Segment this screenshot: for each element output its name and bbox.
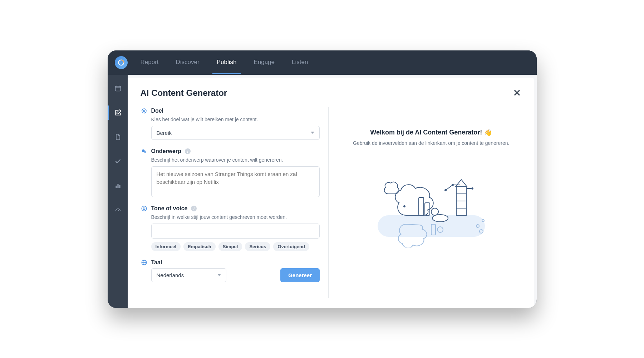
- card-body: Doel Kies het doel wat je wilt bereiken …: [141, 107, 521, 298]
- doel-title: Doel: [151, 108, 164, 114]
- taal-select[interactable]: Nederlands: [151, 268, 226, 282]
- nav-engage[interactable]: Engage: [249, 51, 279, 74]
- svg-point-41: [432, 215, 448, 222]
- rail-check[interactable]: [108, 154, 128, 168]
- app-window: Report Discover Publish Engage Listen: [108, 50, 537, 308]
- section-tone: Tone of voice i Beschrijf in welke stijl…: [141, 205, 320, 251]
- tag-empatisch[interactable]: Empatisch: [183, 242, 216, 251]
- tone-input[interactable]: [151, 224, 320, 239]
- section-onderwerp: Onderwerp i Beschrijf het onderwerp waar…: [141, 148, 320, 197]
- svg-line-36: [446, 185, 453, 190]
- rail-compose[interactable]: [108, 106, 128, 120]
- rail-bars[interactable]: [108, 178, 128, 193]
- svg-point-16: [144, 151, 146, 153]
- nav-listen[interactable]: Listen: [287, 51, 312, 74]
- target-icon: [141, 107, 148, 114]
- section-taal: Taal Nederlands Genereer: [141, 259, 320, 282]
- app-logo[interactable]: [115, 56, 128, 69]
- welcome-column: Welkom bij de AI Content Generator! 👋 Ge…: [328, 107, 521, 298]
- chevron-down-icon: [217, 274, 221, 276]
- rail-gauge[interactable]: [108, 203, 128, 217]
- taal-value: Nederlands: [157, 272, 184, 278]
- generator-card: AI Content Generator ✕ Doel Kies: [128, 78, 534, 308]
- svg-point-26: [431, 208, 438, 215]
- smile-icon: [141, 205, 148, 212]
- svg-rect-24: [419, 197, 424, 215]
- tone-desc: Beschrijf in welke stijl jouw content ge…: [151, 214, 320, 220]
- card-header: AI Content Generator ✕: [141, 88, 521, 99]
- tag-overtuigend[interactable]: Overtuigend: [273, 242, 309, 251]
- section-doel: Doel Kies het doel wat je wilt bereiken …: [141, 107, 320, 140]
- wave-emoji: 👋: [484, 129, 492, 137]
- globe-icon: [141, 259, 148, 266]
- generate-button[interactable]: Genereer: [280, 268, 320, 282]
- topic-icon: [141, 148, 148, 155]
- svg-point-19: [144, 207, 145, 208]
- svg-rect-7: [119, 185, 120, 188]
- welcome-desc: Gebruik de invoervelden aan de linkerkan…: [353, 140, 509, 146]
- svg-rect-6: [117, 184, 118, 188]
- svg-point-10: [143, 110, 145, 112]
- info-icon[interactable]: i: [191, 206, 197, 211]
- svg-point-35: [404, 206, 405, 207]
- svg-rect-5: [115, 186, 117, 188]
- onderwerp-title: Onderwerp: [151, 148, 181, 155]
- tag-serieus[interactable]: Serieus: [245, 242, 270, 251]
- taal-title: Taal: [151, 259, 162, 266]
- top-nav: Report Discover Publish Engage Listen: [108, 50, 537, 75]
- close-button[interactable]: ✕: [513, 88, 521, 99]
- onderwerp-textarea[interactable]: [151, 166, 320, 197]
- doel-desc: Kies het doel wat je wilt bereiken met j…: [151, 117, 320, 122]
- tag-simpel[interactable]: Simpel: [218, 242, 242, 251]
- doel-value: Bereik: [157, 130, 172, 136]
- rail-calendar[interactable]: [108, 81, 128, 95]
- doel-select[interactable]: Bereik: [151, 126, 320, 140]
- nav-publish[interactable]: Publish: [212, 51, 241, 74]
- rail-page[interactable]: [108, 130, 128, 144]
- svg-point-17: [142, 206, 147, 211]
- svg-rect-1: [115, 86, 121, 91]
- form-column: Doel Kies het doel wat je wilt bereiken …: [141, 107, 329, 298]
- card-title: AI Content Generator: [141, 88, 227, 98]
- tone-title: Tone of voice: [151, 205, 188, 212]
- svg-point-18: [143, 207, 144, 208]
- body-row: AI Content Generator ✕ Doel Kies: [108, 75, 537, 308]
- welcome-illustration: [363, 155, 499, 247]
- info-icon[interactable]: i: [185, 148, 191, 154]
- nav-discover[interactable]: Discover: [172, 51, 204, 74]
- nav-report[interactable]: Report: [136, 51, 163, 74]
- welcome-title: Welkom bij de AI Content Generator! 👋: [370, 129, 492, 137]
- content-area: AI Content Generator ✕ Doel Kies: [128, 75, 537, 308]
- svg-marker-28: [456, 180, 467, 187]
- chevron-down-icon: [311, 132, 314, 134]
- tone-tags: Informeel Empatisch Simpel Serieus Overt…: [151, 242, 320, 251]
- left-rail: [108, 75, 128, 308]
- onderwerp-desc: Beschrijf het onderwerp waarover je cont…: [151, 157, 320, 163]
- svg-line-8: [118, 210, 119, 211]
- svg-point-9: [142, 109, 146, 113]
- tag-informeel[interactable]: Informeel: [151, 242, 181, 251]
